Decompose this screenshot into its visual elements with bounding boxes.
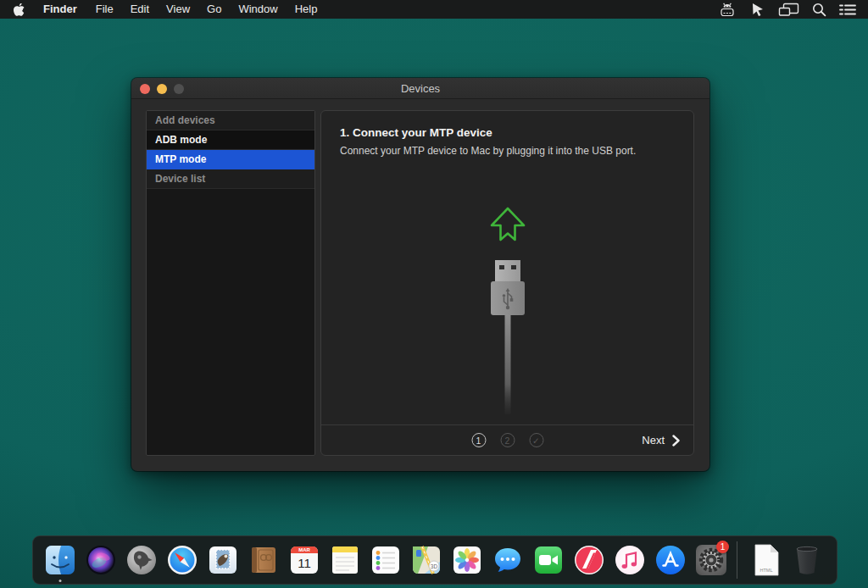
dock-icon-html-file[interactable]: HTML: [746, 540, 787, 580]
devices-window: Devices Add devices ADB mode MTP mode De…: [131, 78, 709, 471]
menu-item-window[interactable]: Window: [230, 0, 286, 19]
sidebar-item-mtp-mode[interactable]: MTP mode: [147, 150, 314, 169]
dock-icon-mail[interactable]: [203, 540, 243, 580]
step-indicator-2: 2: [500, 433, 515, 447]
sidebar-item-device-list: Device list: [147, 169, 314, 189]
notification-list-icon[interactable]: [839, 3, 856, 16]
cursor-icon[interactable]: [750, 3, 765, 17]
search-icon[interactable]: [812, 3, 826, 17]
notification-badge: 1: [716, 541, 729, 553]
menu-item-help[interactable]: Help: [287, 0, 326, 19]
wizard-footer: 1 2 ✓ Next: [321, 424, 693, 455]
dock-divider: [737, 541, 737, 579]
dock-icon-news[interactable]: [569, 540, 609, 580]
dock-icon-safari[interactable]: [162, 540, 203, 580]
dock-icon-app-store[interactable]: [650, 540, 691, 580]
dock-icon-facetime[interactable]: [528, 540, 569, 580]
step-indicator-done: ✓: [529, 433, 543, 447]
close-button[interactable]: [140, 84, 150, 94]
dock-icon-trash[interactable]: [787, 540, 827, 580]
dock-icon-siri[interactable]: [81, 540, 121, 580]
displays-icon[interactable]: [778, 3, 799, 17]
dock-icon-contacts[interactable]: [243, 540, 284, 580]
dock-icon-photos[interactable]: [447, 540, 487, 580]
next-button[interactable]: Next: [642, 434, 680, 447]
desktop: Finder File Edit View Go Window Help: [0, 0, 868, 588]
dock-icon-maps[interactable]: 3D: [406, 540, 447, 580]
dock-icon-reminders[interactable]: [365, 540, 406, 580]
zoom-button[interactable]: [174, 84, 184, 94]
dock-icon-notes[interactable]: [325, 540, 365, 580]
step-title: 1. Connect your MTP device: [340, 126, 675, 139]
sidebar-item-adb-mode[interactable]: ADB mode: [147, 130, 314, 150]
window-title: Devices: [401, 82, 440, 95]
menu-status-icons: [717, 3, 868, 17]
android-device-icon[interactable]: [717, 3, 737, 17]
svg-text:11: 11: [298, 556, 311, 570]
dock-icon-messages[interactable]: [487, 540, 528, 580]
chevron-right-icon: [672, 435, 680, 447]
content-panel: 1. Connect your MTP device Connect your …: [320, 110, 694, 456]
minimize-button[interactable]: [157, 84, 167, 94]
svg-text:3D: 3D: [431, 563, 438, 569]
dock: MAR 11: [32, 535, 837, 585]
menu-item-go[interactable]: Go: [198, 0, 230, 19]
dock-icon-finder[interactable]: [40, 540, 81, 580]
green-up-arrow-icon: [492, 208, 524, 240]
usb-cable-illustration: [484, 206, 531, 418]
apple-menu[interactable]: [0, 3, 33, 16]
dock-icon-launchpad[interactable]: [121, 540, 162, 580]
menu-item-view[interactable]: View: [158, 0, 198, 19]
step-indicators: 1 2 ✓: [471, 433, 543, 447]
running-indicator: [59, 580, 62, 582]
menu-item-edit[interactable]: Edit: [122, 0, 158, 19]
svg-text:HTML: HTML: [760, 568, 773, 573]
sidebar-item-add-devices: Add devices: [147, 111, 314, 130]
step-indicator-1: 1: [471, 433, 486, 447]
apple-logo-icon: [14, 3, 25, 16]
usb-connector-icon: [491, 260, 525, 413]
menu-item-file[interactable]: File: [87, 0, 122, 19]
menu-bar: Finder File Edit View Go Window Help: [0, 0, 868, 19]
window-titlebar[interactable]: Devices: [131, 78, 709, 99]
svg-text:MAR: MAR: [298, 547, 310, 552]
dock-icon-itunes[interactable]: [609, 540, 650, 580]
dock-icon-calendar[interactable]: MAR 11: [284, 540, 325, 580]
dock-icon-system-preferences[interactable]: 1: [691, 540, 732, 580]
menu-item-app-name[interactable]: Finder: [33, 0, 87, 19]
step-description: Connect your MTP device to Mac by pluggi…: [340, 145, 675, 157]
sidebar: Add devices ADB mode MTP mode Device lis…: [146, 110, 315, 456]
